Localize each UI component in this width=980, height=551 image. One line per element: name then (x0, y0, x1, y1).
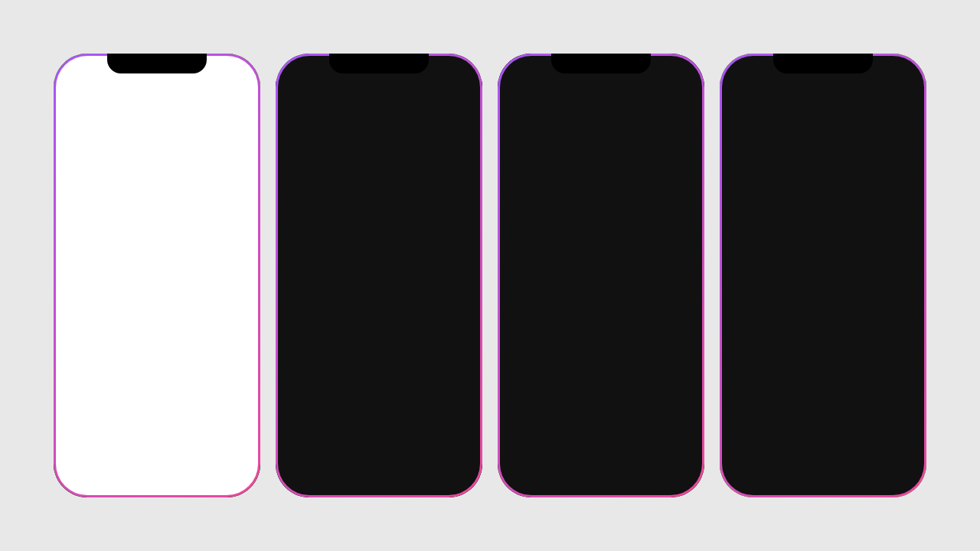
wifi-icon: ∿ (448, 67, 454, 75)
toggle-knob (450, 321, 469, 340)
chevron-icon: › (466, 231, 470, 243)
record-message-button[interactable]: 🎥 (624, 385, 673, 434)
notch (329, 54, 429, 73)
participant-avatar-1 (335, 90, 375, 130)
status-time: 9:41 (291, 65, 311, 77)
effects-button[interactable]: ☺ (139, 441, 175, 478)
camera-flip-icon: 📷 (894, 95, 907, 107)
signal-icon: ▊▊▊ (426, 67, 444, 75)
end-call-button[interactable]: 📵 (215, 441, 252, 478)
signal-icon: ▊▊▊ (648, 67, 666, 75)
person-head (122, 99, 191, 184)
call-controls-bar: 🎥 🎙 ☺ ⟳ 📵 (54, 429, 260, 497)
microphone-mode-item[interactable]: Microphone mode Standard › (276, 259, 482, 303)
phone-no-answer: 9:41 ▊▊▊ ∿ ▮▮ Cassandra Taylor No answer (498, 54, 704, 497)
caller-avatar-image (570, 130, 632, 191)
back-button[interactable]: ‹ (288, 139, 293, 157)
close-button[interactable]: ✕ (516, 385, 565, 434)
encryption-item[interactable]: End-to-end encryption › (276, 386, 482, 417)
no-answer-content: Cassandra Taylor No answer (498, 130, 704, 240)
wifi-icon: ∿ (670, 67, 676, 75)
audio-output-title: Audio output (288, 224, 466, 237)
avatar-row (276, 81, 482, 136)
person-neck (812, 180, 835, 210)
add-person-icon[interactable]: ⊕ (213, 89, 223, 103)
status-time: 9:41 (69, 64, 96, 77)
encryption-content: End-to-end encryption (288, 395, 466, 408)
back-check-icon[interactable]: ✓ (66, 87, 77, 104)
chevron-icon: › (466, 396, 470, 408)
encryption-title: End-to-end encryption (288, 395, 466, 408)
status-time: 9:41 (735, 65, 755, 77)
hd-video-item[interactable]: Mobile data for HD video Always use HD v… (276, 303, 482, 358)
avatar-body (578, 168, 624, 191)
header-action-icons: ⊕ ••• (213, 89, 248, 103)
call-action-buttons: ✕ Close 🎥 Record message (498, 385, 704, 452)
settings-title: Call settings (302, 141, 455, 156)
hd-video-content: Mobile data for HD video Always use HD v… (288, 311, 432, 349)
settings-body: Controls Audio output Phone › Microphone… (276, 187, 482, 497)
close-label: Close (528, 440, 553, 452)
caller-name: Cassandra Taylor (83, 89, 207, 103)
hd-video-title: Mobile data for HD video (288, 311, 432, 324)
stop-recording-button[interactable] (799, 357, 848, 406)
microphone-content: Microphone mode Standard (288, 268, 466, 294)
record-action: 🎥 Record message (611, 385, 686, 452)
camera-icon: 🎥 (72, 451, 89, 468)
status-time: 9:41 (513, 65, 533, 77)
battery-icon: ▮▮▮ (231, 66, 245, 76)
call-top-icons: ✕ 📷 (720, 81, 926, 121)
wifi-icon: 📶 (217, 66, 227, 76)
close-action: ✕ Close (516, 385, 565, 452)
settings-title-bar: ‹ Call settings (276, 136, 482, 164)
scene: 9:41 ▊▊▊ 📶 ▮▮▮ ✓ Cassandra Taylor ⊕ ••• … (0, 0, 980, 551)
notch (773, 54, 873, 73)
chevron-icon: › (466, 275, 470, 287)
flip-camera-button[interactable]: ⟳ (177, 441, 214, 478)
avatar-head (587, 139, 615, 171)
stop-icon (815, 373, 831, 389)
hd-video-sub: Always use HD video when available (288, 326, 432, 349)
camera-flip-button[interactable]: 📷 (887, 87, 914, 115)
audio-output-item[interactable]: Audio output Phone › (276, 216, 482, 259)
flip-icon: ⟳ (190, 451, 201, 468)
status-icons: ▊▊▊ ∿ ▮▮ (870, 67, 911, 75)
permissions-section-header: Permissions (276, 358, 482, 386)
battery-icon: ▮▮ (680, 67, 689, 75)
more-options-icon[interactable]: ••• (235, 89, 248, 103)
notch (107, 54, 207, 73)
signal-icon: ▊▊▊ (870, 67, 888, 75)
notch (551, 54, 651, 73)
close-icon: ✕ (741, 95, 750, 107)
person-body (96, 237, 218, 390)
call-participants: ‹ Call settings (276, 81, 482, 164)
person-neck (145, 180, 168, 210)
battery-icon: ▮▮ (458, 67, 467, 75)
wifi-icon: ∿ (892, 67, 898, 75)
record-label: Record message (611, 440, 686, 452)
call-status: No answer (573, 227, 629, 240)
phone-video-call: 9:41 ▊▊▊ 📶 ▮▮▮ ✓ Cassandra Taylor ⊕ ••• … (54, 54, 260, 497)
camera-toggle-button[interactable]: 🎥 (62, 441, 99, 478)
close-call-button[interactable]: ✕ (732, 87, 760, 115)
mute-button[interactable]: 🎙 (100, 441, 137, 478)
participant-avatar-2 (383, 90, 423, 130)
end-call-icon: 📵 (225, 451, 242, 468)
caller-name: Cassandra Taylor (531, 199, 671, 219)
phone-recording: 9:41 ▊▊▊ ∿ ▮▮ ✕ 📷 (720, 54, 926, 497)
call-header: ✓ Cassandra Taylor ⊕ ••• (54, 81, 260, 110)
battery-icon: ▮▮ (902, 67, 911, 75)
audio-output-sub: Phone (288, 239, 466, 250)
microphone-sub: Standard (288, 282, 466, 294)
hd-video-toggle[interactable] (432, 320, 470, 341)
controls-section-header: Controls (276, 187, 482, 216)
microphone-title: Microphone mode (288, 268, 466, 281)
effects-icon: ☺ (150, 452, 164, 468)
caller-avatar (570, 130, 632, 191)
status-icons: ▊▊▊ ∿ ▮▮ (648, 67, 689, 75)
audio-output-content: Audio output Phone (288, 224, 466, 250)
status-icons: ▊▊▊ ∿ ▮▮ (426, 67, 467, 75)
phone-call-settings: 9:41 ▊▊▊ ∿ ▮▮ (276, 54, 482, 497)
mic-icon: 🎙 (112, 452, 126, 468)
